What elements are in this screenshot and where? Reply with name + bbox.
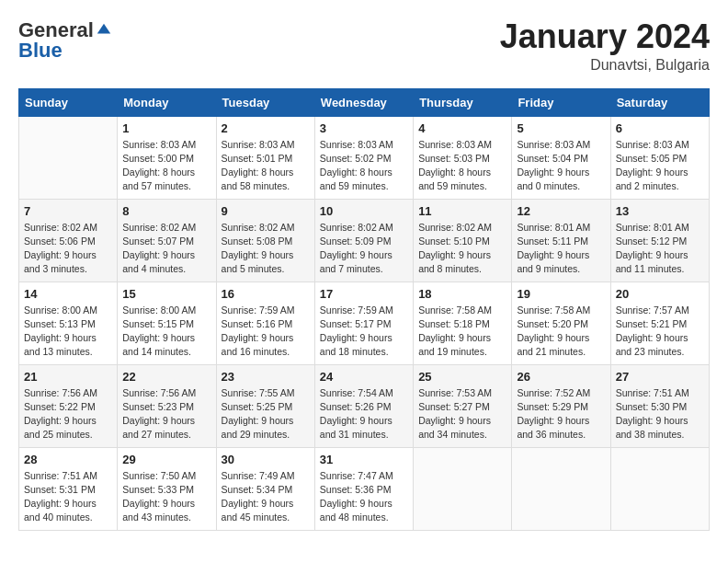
day-number: 25 bbox=[418, 370, 506, 384]
calendar-cell: 18Sunrise: 7:58 AMSunset: 5:18 PMDayligh… bbox=[414, 282, 512, 364]
day-info: Sunrise: 8:02 AMSunset: 5:10 PMDaylight:… bbox=[418, 221, 506, 277]
calendar-cell bbox=[414, 447, 512, 530]
calendar-title: January 2024 bbox=[500, 18, 710, 55]
calendar-subtitle: Dunavtsi, Bulgaria bbox=[500, 57, 710, 74]
calendar-cell: 13Sunrise: 8:01 AMSunset: 5:12 PMDayligh… bbox=[610, 199, 709, 282]
day-header-saturday: Saturday bbox=[610, 88, 709, 116]
day-info: Sunrise: 7:56 AMSunset: 5:23 PMDaylight:… bbox=[122, 386, 210, 442]
calendar-cell: 29Sunrise: 7:50 AMSunset: 5:33 PMDayligh… bbox=[118, 447, 216, 530]
calendar-cell: 12Sunrise: 8:01 AMSunset: 5:11 PMDayligh… bbox=[512, 199, 610, 282]
title-block: January 2024 Dunavtsi, Bulgaria bbox=[500, 18, 710, 74]
calendar-cell: 23Sunrise: 7:55 AMSunset: 5:25 PMDayligh… bbox=[216, 364, 314, 447]
day-number: 15 bbox=[122, 287, 210, 301]
day-info: Sunrise: 7:58 AMSunset: 5:20 PMDaylight:… bbox=[517, 304, 605, 360]
day-header-monday: Monday bbox=[118, 88, 216, 116]
day-info: Sunrise: 8:02 AMSunset: 5:06 PMDaylight:… bbox=[24, 221, 112, 277]
week-row-4: 21Sunrise: 7:56 AMSunset: 5:22 PMDayligh… bbox=[19, 364, 710, 447]
day-number: 24 bbox=[320, 370, 408, 384]
logo-blue-text: Blue bbox=[18, 39, 63, 63]
calendar-cell: 19Sunrise: 7:58 AMSunset: 5:20 PMDayligh… bbox=[512, 282, 610, 364]
calendar-cell: 7Sunrise: 8:02 AMSunset: 5:06 PMDaylight… bbox=[19, 199, 118, 282]
calendar-cell: 22Sunrise: 7:56 AMSunset: 5:23 PMDayligh… bbox=[118, 364, 216, 447]
day-info: Sunrise: 8:03 AMSunset: 5:04 PMDaylight:… bbox=[517, 138, 605, 194]
day-number: 6 bbox=[616, 121, 704, 135]
calendar-cell: 8Sunrise: 8:02 AMSunset: 5:07 PMDaylight… bbox=[118, 199, 216, 282]
day-info: Sunrise: 7:59 AMSunset: 5:17 PMDaylight:… bbox=[320, 304, 408, 360]
day-number: 19 bbox=[517, 287, 605, 301]
calendar-cell: 20Sunrise: 7:57 AMSunset: 5:21 PMDayligh… bbox=[610, 282, 709, 364]
day-header-friday: Friday bbox=[512, 88, 610, 116]
day-number: 17 bbox=[320, 287, 408, 301]
day-info: Sunrise: 7:57 AMSunset: 5:21 PMDaylight:… bbox=[616, 304, 704, 360]
day-number: 7 bbox=[24, 204, 112, 218]
day-info: Sunrise: 8:01 AMSunset: 5:11 PMDaylight:… bbox=[517, 221, 605, 277]
day-header-sunday: Sunday bbox=[19, 88, 118, 116]
day-number: 16 bbox=[222, 287, 310, 301]
calendar-cell: 30Sunrise: 7:49 AMSunset: 5:34 PMDayligh… bbox=[216, 447, 314, 530]
day-number: 4 bbox=[418, 121, 506, 135]
day-info: Sunrise: 8:03 AMSunset: 5:03 PMDaylight:… bbox=[418, 138, 506, 194]
day-info: Sunrise: 8:02 AMSunset: 5:08 PMDaylight:… bbox=[222, 221, 310, 277]
week-row-5: 28Sunrise: 7:51 AMSunset: 5:31 PMDayligh… bbox=[19, 447, 710, 530]
day-number: 26 bbox=[517, 370, 605, 384]
day-number: 9 bbox=[222, 204, 310, 218]
calendar-cell bbox=[19, 116, 118, 199]
day-number: 23 bbox=[222, 370, 310, 384]
day-number: 27 bbox=[616, 370, 704, 384]
day-info: Sunrise: 7:56 AMSunset: 5:22 PMDaylight:… bbox=[24, 386, 112, 442]
day-number: 3 bbox=[320, 121, 408, 135]
calendar-cell: 2Sunrise: 8:03 AMSunset: 5:01 PMDaylight… bbox=[216, 116, 314, 199]
calendar-cell: 17Sunrise: 7:59 AMSunset: 5:17 PMDayligh… bbox=[314, 282, 413, 364]
calendar-table: SundayMondayTuesdayWednesdayThursdayFrid… bbox=[18, 88, 710, 531]
calendar-cell: 27Sunrise: 7:51 AMSunset: 5:30 PMDayligh… bbox=[610, 364, 709, 447]
day-number: 12 bbox=[517, 204, 605, 218]
calendar-cell: 10Sunrise: 8:02 AMSunset: 5:09 PMDayligh… bbox=[314, 199, 413, 282]
day-info: Sunrise: 7:51 AMSunset: 5:31 PMDaylight:… bbox=[24, 469, 112, 525]
day-number: 10 bbox=[320, 204, 408, 218]
calendar-cell: 5Sunrise: 8:03 AMSunset: 5:04 PMDaylight… bbox=[512, 116, 610, 199]
svg-marker-0 bbox=[97, 24, 110, 34]
day-number: 30 bbox=[222, 453, 310, 466]
day-info: Sunrise: 8:03 AMSunset: 5:02 PMDaylight:… bbox=[320, 138, 408, 194]
day-info: Sunrise: 7:50 AMSunset: 5:33 PMDaylight:… bbox=[122, 469, 210, 525]
day-info: Sunrise: 7:54 AMSunset: 5:26 PMDaylight:… bbox=[320, 386, 408, 442]
day-info: Sunrise: 8:02 AMSunset: 5:09 PMDaylight:… bbox=[320, 221, 408, 277]
day-info: Sunrise: 8:03 AMSunset: 5:01 PMDaylight:… bbox=[222, 138, 310, 194]
day-number: 18 bbox=[418, 287, 506, 301]
day-number: 22 bbox=[122, 370, 210, 384]
day-number: 21 bbox=[24, 370, 112, 384]
calendar-cell: 24Sunrise: 7:54 AMSunset: 5:26 PMDayligh… bbox=[314, 364, 413, 447]
day-info: Sunrise: 8:00 AMSunset: 5:13 PMDaylight:… bbox=[24, 304, 112, 360]
day-number: 11 bbox=[418, 204, 506, 218]
calendar-cell: 16Sunrise: 7:59 AMSunset: 5:16 PMDayligh… bbox=[216, 282, 314, 364]
day-info: Sunrise: 7:49 AMSunset: 5:34 PMDaylight:… bbox=[222, 469, 310, 525]
day-number: 14 bbox=[24, 287, 112, 301]
logo: General Blue bbox=[18, 18, 112, 63]
week-row-2: 7Sunrise: 8:02 AMSunset: 5:06 PMDaylight… bbox=[19, 199, 710, 282]
calendar-cell: 9Sunrise: 8:02 AMSunset: 5:08 PMDaylight… bbox=[216, 199, 314, 282]
calendar-cell: 3Sunrise: 8:03 AMSunset: 5:02 PMDaylight… bbox=[314, 116, 413, 199]
week-row-1: 1Sunrise: 8:03 AMSunset: 5:00 PMDaylight… bbox=[19, 116, 710, 199]
day-number: 28 bbox=[24, 453, 112, 466]
calendar-header-row: SundayMondayTuesdayWednesdayThursdayFrid… bbox=[19, 88, 710, 116]
week-row-3: 14Sunrise: 8:00 AMSunset: 5:13 PMDayligh… bbox=[19, 282, 710, 364]
calendar-cell: 6Sunrise: 8:03 AMSunset: 5:05 PMDaylight… bbox=[610, 116, 709, 199]
logo-icon bbox=[96, 22, 112, 39]
day-number: 8 bbox=[122, 204, 210, 218]
calendar-cell: 11Sunrise: 8:02 AMSunset: 5:10 PMDayligh… bbox=[414, 199, 512, 282]
calendar-cell: 26Sunrise: 7:52 AMSunset: 5:29 PMDayligh… bbox=[512, 364, 610, 447]
calendar-cell: 4Sunrise: 8:03 AMSunset: 5:03 PMDaylight… bbox=[414, 116, 512, 199]
calendar-cell bbox=[610, 447, 709, 530]
day-info: Sunrise: 7:51 AMSunset: 5:30 PMDaylight:… bbox=[616, 386, 704, 442]
calendar-cell: 28Sunrise: 7:51 AMSunset: 5:31 PMDayligh… bbox=[19, 447, 118, 530]
day-header-thursday: Thursday bbox=[414, 88, 512, 116]
day-number: 5 bbox=[517, 121, 605, 135]
day-info: Sunrise: 8:01 AMSunset: 5:12 PMDaylight:… bbox=[616, 221, 704, 277]
day-header-tuesday: Tuesday bbox=[216, 88, 314, 116]
day-info: Sunrise: 7:53 AMSunset: 5:27 PMDaylight:… bbox=[418, 386, 506, 442]
calendar-cell: 31Sunrise: 7:47 AMSunset: 5:36 PMDayligh… bbox=[314, 447, 413, 530]
calendar-cell: 21Sunrise: 7:56 AMSunset: 5:22 PMDayligh… bbox=[19, 364, 118, 447]
day-number: 2 bbox=[222, 121, 310, 135]
day-info: Sunrise: 8:00 AMSunset: 5:15 PMDaylight:… bbox=[122, 304, 210, 360]
calendar-cell: 15Sunrise: 8:00 AMSunset: 5:15 PMDayligh… bbox=[118, 282, 216, 364]
